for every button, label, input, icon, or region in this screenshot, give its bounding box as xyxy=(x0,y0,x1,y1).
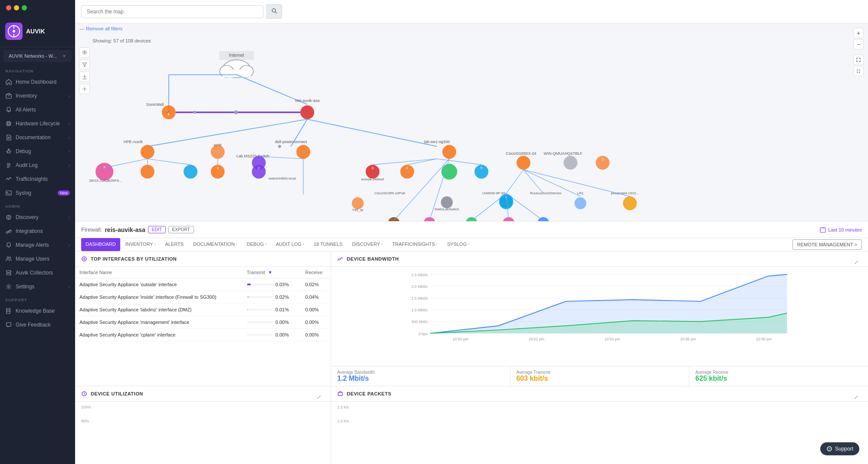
tenant-name: AUVIK Networks - W... xyxy=(9,53,57,59)
svg-text:0 bps: 0 bps xyxy=(418,332,428,336)
sidebar-item-documentation[interactable]: Documentation › xyxy=(0,131,75,144)
transmit-cell: 0.00% xyxy=(243,329,301,341)
svg-rect-170 xyxy=(338,392,342,395)
window-maximize-btn[interactable] xyxy=(22,5,27,10)
receive-cell: 0.00% xyxy=(301,316,331,329)
sidebar-item-label: Integrations xyxy=(16,228,70,234)
packets-panel-header: DEVICE PACKETS ⤢ xyxy=(331,386,868,402)
svg-text:10:54 pm: 10:54 pm xyxy=(604,337,620,341)
stat-avg-bandwidth: Average Bandwidth 1.2 Mbit/s xyxy=(331,366,510,386)
search-button[interactable] xyxy=(266,4,282,19)
bandwidth-chart-stats: Average Bandwidth 1.2 Mbit/s Average Tra… xyxy=(331,366,868,386)
shrink-map-button[interactable] xyxy=(853,66,864,76)
sidebar-item-knowledge[interactable]: Knowledge Base xyxy=(0,304,75,318)
sidebar-item-home-dashboard[interactable]: Home Dashboard xyxy=(0,75,75,89)
sidebar-item-manage-alerts[interactable]: Manage Alerts › xyxy=(0,238,75,252)
svg-rect-43 xyxy=(7,308,10,314)
download-icon[interactable] xyxy=(79,72,90,82)
home-icon xyxy=(5,78,12,85)
interface-name-cell: Adaptive Security Appliance 'inside' int… xyxy=(75,291,243,304)
sidebar-item-integrations[interactable]: Integrations xyxy=(0,224,75,238)
sidebar-item-label: Debug xyxy=(16,148,65,154)
expand-utilization-button[interactable]: ⤢ xyxy=(317,394,321,400)
sidebar-item-syslog[interactable]: Syslog New xyxy=(0,186,75,200)
tab-tunnels[interactable]: 18 TUNNELS xyxy=(309,238,347,251)
chevron-right-icon: › xyxy=(69,121,70,126)
export-button[interactable]: EXPORT xyxy=(168,226,194,233)
svg-text:10:56 pm: 10:56 pm xyxy=(680,337,696,341)
utilization-icon xyxy=(81,391,87,397)
sidebar-item-auvik-collectors[interactable]: Auvik Collectors xyxy=(0,266,75,280)
expand-map-button[interactable] xyxy=(853,55,864,65)
expand-packets-button[interactable]: ⤢ xyxy=(854,394,858,400)
file-icon xyxy=(5,134,12,141)
svg-point-21 xyxy=(7,150,10,153)
tab-inventory[interactable]: INVENTORY › xyxy=(121,238,160,251)
support-button[interactable]: ? Support xyxy=(820,442,859,455)
bell-settings-icon xyxy=(5,242,12,248)
sidebar-item-debug[interactable]: Debug › xyxy=(0,144,75,158)
sidebar-item-label: Discovery xyxy=(16,214,65,220)
tab-trafficinsights[interactable]: TRAFFICINSIGHTS › xyxy=(388,238,442,251)
svg-text:5: 5 xyxy=(480,166,483,170)
tab-discovery[interactable]: DISCOVERY › xyxy=(348,238,387,251)
map-filter-icons xyxy=(79,47,90,94)
svg-line-140 xyxy=(407,159,437,165)
svg-text:SonicWall: SonicWall xyxy=(146,102,164,107)
sidebar-item-discovery[interactable]: Discovery › xyxy=(0,210,75,224)
col-transmit[interactable]: Transmit ▼ xyxy=(243,267,301,278)
filter-icon[interactable] xyxy=(79,59,90,70)
svg-text:2: 2 xyxy=(406,166,408,170)
sidebar-item-label: Inventory xyxy=(16,93,65,99)
sidebar-item-inventory[interactable]: Inventory › xyxy=(0,89,75,103)
svg-text:1.5 Mbit/s: 1.5 Mbit/s xyxy=(411,296,428,301)
sidebar-item-manage-users[interactable]: Manage Users xyxy=(0,252,75,266)
svg-line-130 xyxy=(472,193,506,221)
tab-syslog[interactable]: SYSLOG › xyxy=(443,238,473,251)
bandwidth-panel-title: DEVICE BANDWIDTH xyxy=(347,256,399,261)
window-close-btn[interactable] xyxy=(6,5,11,10)
search-input[interactable] xyxy=(81,5,263,18)
sidebar-item-give-feedback[interactable]: Give Feedback xyxy=(0,318,75,332)
sidebar-item-trafficinsights[interactable]: TrafficInsights xyxy=(0,172,75,186)
tab-documentation[interactable]: DOCUMENTATION › xyxy=(189,238,242,251)
chevron-icon: › xyxy=(154,242,155,246)
settings-icon[interactable] xyxy=(79,84,90,94)
svg-text:lab-sw1-sg300: lab-sw1-sg300 xyxy=(424,140,450,144)
bell-icon xyxy=(5,106,12,113)
packets-y-2500: 2.5 k/s xyxy=(337,405,862,409)
time-range-selector[interactable]: Last 10 minutes xyxy=(820,227,862,233)
remote-management-button[interactable]: REMOTE MANAGEMENT > xyxy=(792,239,862,250)
activity-icon xyxy=(5,176,12,183)
svg-text:2: 2 xyxy=(258,166,260,170)
svg-point-42 xyxy=(8,286,10,288)
svg-point-1 xyxy=(13,30,15,33)
svg-point-101 xyxy=(564,156,578,170)
sidebar-item-all-alerts[interactable]: All Alerts xyxy=(0,103,75,117)
tenant-selector[interactable]: AUVIK Networks - W... ▼ xyxy=(3,50,72,62)
compass-icon xyxy=(5,214,12,221)
eye-icon[interactable] xyxy=(79,47,90,58)
tab-dashboard[interactable]: DASHBOARD xyxy=(81,238,120,251)
svg-text:HPE-Auvik: HPE-Auvik xyxy=(124,140,143,144)
svg-line-129 xyxy=(430,159,450,221)
svg-point-113 xyxy=(623,196,637,210)
expand-bandwidth-button[interactable]: ⤢ xyxy=(854,259,858,265)
sidebar-item-settings[interactable]: Settings › xyxy=(0,280,75,294)
sidebar-item-hardware-lifecycle[interactable]: Hardware Lifecycle › xyxy=(0,117,75,131)
svg-line-47 xyxy=(275,12,277,13)
tab-debug[interactable]: DEBUG › xyxy=(243,238,271,251)
zoom-out-button[interactable]: − xyxy=(853,39,864,49)
svg-text:LR1: LR1 xyxy=(577,191,584,195)
chevron-right-icon: › xyxy=(69,149,70,154)
window-minimize-btn[interactable] xyxy=(14,5,19,10)
edit-button[interactable]: EDIT xyxy=(148,226,166,233)
remove-all-filters-link[interactable]: Remove all filters xyxy=(79,26,122,31)
tab-alerts[interactable]: ALERTS xyxy=(161,238,188,251)
sort-icon: ▼ xyxy=(268,270,273,275)
zoom-in-button[interactable]: + xyxy=(853,28,864,38)
sidebar-item-audit-log[interactable]: Audit Log › xyxy=(0,158,75,172)
device-utilization-panel: DEVICE UTILIZATION ⤢ 100% 80% xyxy=(75,386,331,464)
tab-audit-log[interactable]: AUDIT LOG › xyxy=(272,238,309,251)
chevron-icon: › xyxy=(303,242,304,246)
